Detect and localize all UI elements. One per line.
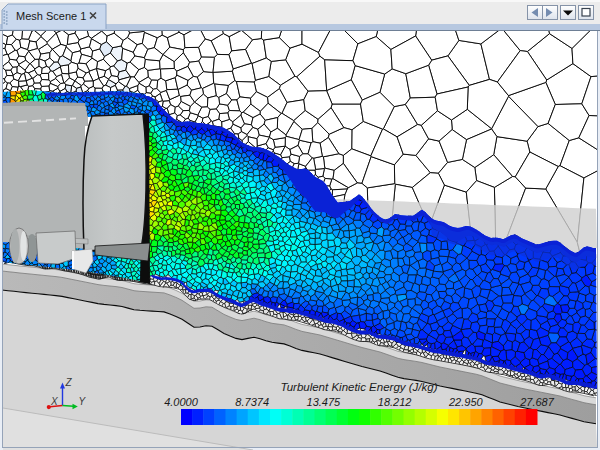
svg-text:4.0000: 4.0000 <box>164 396 199 408</box>
svg-text:Turbulent Kinetic Energy (J/kg: Turbulent Kinetic Energy (J/kg) <box>280 381 437 393</box>
svg-text:27.687: 27.687 <box>519 396 555 408</box>
svg-text:Mesh Scene 1: Mesh Scene 1 <box>16 10 86 22</box>
svg-text:13.475: 13.475 <box>307 396 342 408</box>
svg-text:X: X <box>50 396 58 407</box>
svg-text:18.212: 18.212 <box>378 396 412 408</box>
svg-text:Z: Z <box>65 377 73 388</box>
svg-text:8.7374: 8.7374 <box>235 396 269 408</box>
svg-text:22.950: 22.950 <box>448 396 484 408</box>
